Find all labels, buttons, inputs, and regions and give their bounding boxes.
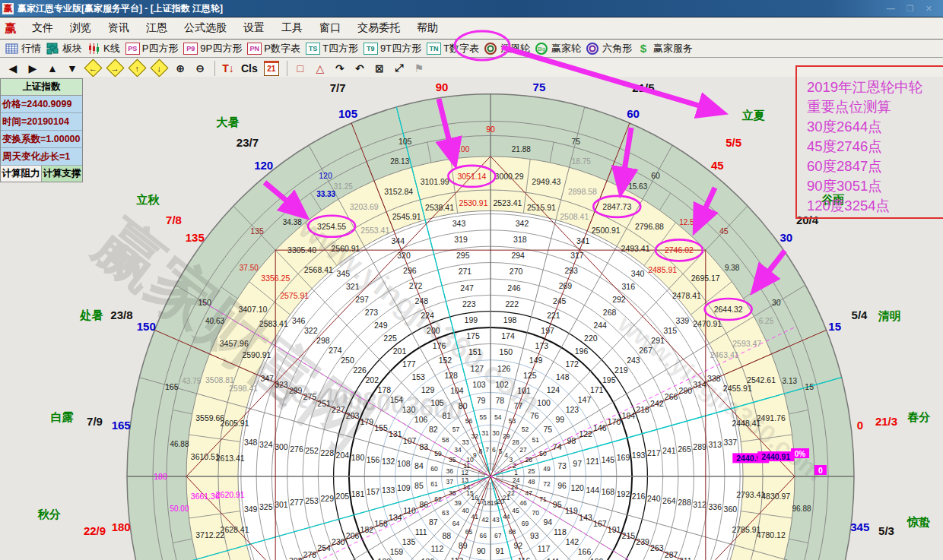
svg-text:34.38: 34.38 — [283, 218, 302, 226]
nav-button-skew-down[interactable]: ▼ — [65, 62, 79, 74]
nav-button-diamond-left[interactable]: ← — [85, 62, 101, 74]
nav-button-diamond-up[interactable]: ↑ — [129, 62, 145, 74]
svg-text:288: 288 — [678, 498, 691, 507]
svg-text:325: 325 — [259, 502, 273, 511]
menu-item-设置[interactable]: 设置 — [235, 21, 273, 35]
nav-button-expand-tool[interactable]: ⤢ — [392, 62, 406, 74]
menu-logo-icon: 赢 — [5, 21, 16, 36]
toolbar-button-9t-square[interactable]: T99T四方形 — [364, 42, 421, 55]
svg-text:96: 96 — [557, 481, 567, 490]
menu-item-交易委托[interactable]: 交易委托 — [349, 21, 408, 35]
toolbar-button-gann-wheel[interactable]: 江恩轮 — [484, 42, 530, 55]
toolbar-button-quotes[interactable]: 行情 — [5, 42, 41, 55]
svg-text:243: 243 — [627, 356, 640, 365]
toolbar-button-winner-service[interactable]: $赢家服务 — [637, 42, 693, 55]
toolbar-separator — [214, 61, 215, 76]
svg-text:2463.41: 2463.41 — [710, 350, 739, 359]
nav-button-page-right[interactable]: ▶ — [26, 62, 40, 74]
9p-square-icon: P9 — [183, 43, 198, 55]
svg-text:3101.99: 3101.99 — [421, 177, 449, 186]
nav-button-triangle-tool[interactable]: △ — [313, 62, 327, 74]
svg-text:177: 177 — [402, 359, 416, 369]
svg-text:60: 60 — [430, 465, 438, 473]
svg-text:96.88: 96.88 — [792, 505, 811, 513]
svg-text:205: 205 — [336, 492, 350, 501]
svg-text:46: 46 — [519, 499, 527, 507]
annotation-box: 2019年江恩轮中轮重要点位测算30度2644点45度2746点60度2847点… — [795, 65, 943, 219]
svg-text:298: 298 — [316, 336, 330, 345]
toolbar-button-sectors[interactable]: 板块 — [46, 42, 82, 55]
toolbar-button-kline[interactable]: K线 — [87, 42, 120, 55]
gann-wheel-chart-area: 赢家财富网www.yingjia360.comQQ:4008003600www.… — [0, 77, 943, 560]
svg-text:8: 8 — [479, 448, 483, 455]
nav-button-cls[interactable]: Cls — [241, 62, 258, 74]
nav-button-page-left[interactable]: ◀ — [6, 62, 20, 74]
svg-text:227: 227 — [332, 405, 345, 414]
toolbar-button-9p-square[interactable]: P99P四方形 — [183, 42, 242, 55]
svg-text:75: 75 — [543, 425, 552, 434]
winner-wheel-icon: Big — [535, 43, 549, 55]
svg-text:43.75: 43.75 — [182, 377, 201, 385]
toolbar-button-hexagon[interactable]: 六角形 — [586, 42, 632, 55]
menu-item-帮助[interactable]: 帮助 — [408, 21, 446, 35]
svg-text:229: 229 — [320, 494, 334, 503]
menu-item-资讯[interactable]: 资讯 — [100, 21, 138, 35]
svg-text:2628.41: 2628.41 — [221, 525, 249, 534]
svg-text:228: 228 — [320, 448, 334, 457]
svg-text:291: 291 — [651, 336, 665, 345]
svg-text:360: 360 — [724, 505, 738, 514]
svg-text:268: 268 — [603, 308, 617, 317]
nav-button-rotate-cw[interactable]: ↷ — [333, 62, 347, 74]
nav-button-skew-up[interactable]: ▲ — [46, 62, 59, 74]
svg-text:321: 321 — [346, 282, 360, 291]
nav-button-rotate-ccw[interactable]: ↶ — [353, 62, 367, 74]
svg-text:3305.40: 3305.40 — [287, 245, 316, 255]
menu-item-工具[interactable]: 工具 — [273, 21, 311, 35]
nav-button-diamond-right[interactable]: → — [107, 62, 123, 74]
svg-text:276: 276 — [290, 445, 303, 454]
nav-button-zoom-out[interactable]: ⊖ — [193, 62, 207, 74]
svg-text:3508.81: 3508.81 — [205, 375, 234, 384]
svg-text:339: 339 — [676, 316, 690, 325]
window-controls[interactable]: — ❐ ✕ — [887, 4, 937, 14]
nav-button-t-updown[interactable]: T↓ — [221, 62, 235, 74]
menu-item-文件[interactable]: 文件 — [24, 21, 62, 35]
svg-text:66: 66 — [480, 532, 487, 539]
title-bar: 赢 赢家江恩专业版[赢家服务平台] - [上证指数 江恩轮] — ❐ ✕ — [0, 0, 943, 17]
toolbar-label: P四方形 — [142, 42, 179, 55]
svg-text:146: 146 — [593, 423, 607, 432]
button-计算阻力[interactable]: 计算阻力 — [1, 166, 42, 182]
t-table-icon: TN — [427, 43, 441, 55]
svg-text:125: 125 — [523, 371, 537, 380]
svg-text:27: 27 — [519, 446, 527, 454]
menu-item-江恩[interactable]: 江恩 — [138, 21, 176, 35]
winner-service-icon: $ — [637, 43, 651, 55]
menu-item-窗口[interactable]: 窗口 — [311, 21, 349, 35]
toolbar-button-p-table[interactable]: PNP数字表 — [247, 42, 300, 55]
svg-text:134: 134 — [389, 513, 402, 522]
nav-button-diamond-down[interactable]: ↓ — [151, 62, 167, 74]
nav-button-calendar[interactable]: 21 — [264, 61, 279, 76]
svg-text:100: 100 — [537, 398, 551, 407]
nav-button-flag-tool[interactable]: ⚑ — [412, 62, 426, 74]
nav-button-zoom-in[interactable]: ⊕ — [173, 62, 187, 74]
menu-item-浏览[interactable]: 浏览 — [62, 21, 100, 35]
toolbar-button-p-square[interactable]: PSP四方形 — [125, 42, 179, 55]
toolbar-button-winner-wheel[interactable]: Big赢家轮 — [535, 42, 581, 55]
nav-button-rect-tool[interactable]: □ — [294, 62, 307, 74]
svg-text:97: 97 — [573, 459, 582, 468]
menu-item-公式选股[interactable]: 公式选股 — [176, 21, 235, 35]
svg-text:3.13: 3.13 — [783, 377, 798, 385]
toolbar-button-t-square[interactable]: TST四方形 — [306, 42, 358, 55]
button-计算支撑[interactable]: 计算支撑 — [42, 166, 82, 182]
svg-text:131: 131 — [389, 429, 402, 438]
date-label-5/3: 5/3 — [878, 524, 894, 537]
nav-button-box-x-tool[interactable]: ⊠ — [373, 62, 386, 74]
toolbar-label: P数字表 — [264, 42, 300, 55]
svg-text:176: 176 — [433, 341, 446, 350]
toolbar-button-t-table[interactable]: TNT数字表 — [427, 42, 479, 55]
svg-text:182: 182 — [360, 525, 374, 534]
svg-text:7: 7 — [485, 446, 489, 454]
svg-text:159: 159 — [390, 547, 404, 556]
svg-text:222: 222 — [506, 299, 519, 308]
